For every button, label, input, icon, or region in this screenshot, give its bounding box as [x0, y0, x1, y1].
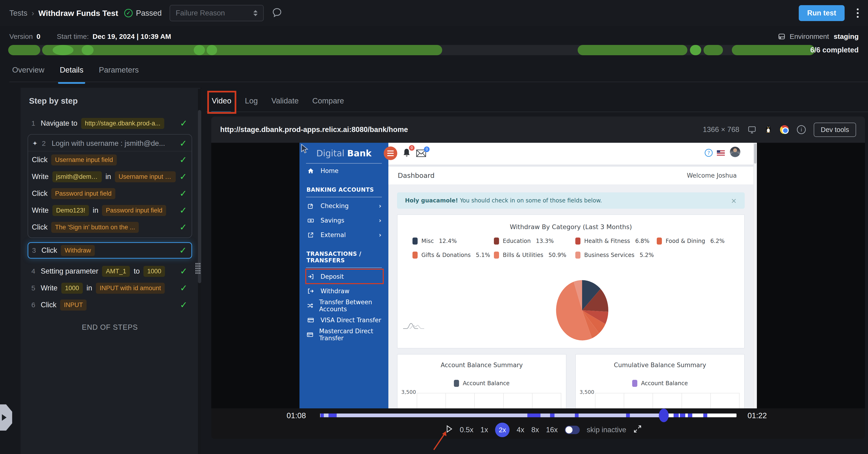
speed-16x[interactable]: 16x: [546, 426, 558, 434]
speed-4x[interactable]: 4x: [517, 426, 524, 434]
tab-log[interactable]: Log: [245, 96, 258, 113]
timeline-event-marker[interactable]: [320, 414, 324, 417]
step-check-icon: ✓: [180, 172, 187, 182]
tab-parameters[interactable]: Parameters: [99, 65, 139, 84]
step-row[interactable]: ClickPassword input field✓: [28, 185, 192, 202]
step-row[interactable]: 3ClickWithdraw✓: [28, 242, 192, 259]
progress-highlight: [82, 45, 94, 55]
legend-swatch: [454, 380, 459, 387]
play-button[interactable]: [446, 425, 453, 435]
speed-2x[interactable]: 2x: [495, 423, 509, 437]
breadcrumb-tests[interactable]: Tests: [9, 9, 27, 18]
timeline-event-marker[interactable]: [703, 414, 708, 417]
timeline-playhead[interactable]: [659, 408, 669, 422]
timeline-event-marker[interactable]: [680, 414, 685, 417]
language-flag-icon[interactable]: [717, 150, 725, 156]
failure-reason-select[interactable]: Failure Reason: [169, 5, 264, 21]
step-value-chip: http://stage.dbank.prod-a...: [81, 118, 164, 129]
step-row[interactable]: ClickThe 'Sign in' button on the ...✓: [28, 219, 192, 236]
sidebar-item-external[interactable]: External›: [300, 228, 389, 242]
playback-controls: 01:08 01:22 0.5x1x2x4x8x16x skip inactiv…: [211, 408, 865, 439]
failure-reason-placeholder: Failure Reason: [176, 9, 253, 17]
run-test-button[interactable]: Run test: [799, 5, 845, 21]
step-action-text: in: [105, 173, 111, 181]
tab-validate[interactable]: Validate: [271, 96, 299, 113]
left-panel-expander[interactable]: [0, 404, 12, 431]
step-row[interactable]: 4Setting parameterAMT_1to1000✓: [28, 263, 192, 280]
balance-card-title: Account Balance Summary: [398, 362, 566, 369]
speed-1x[interactable]: 1x: [480, 426, 488, 434]
fullscreen-icon[interactable]: [633, 425, 642, 435]
start-time-value: Dec 19, 2024 | 10:39 AM: [92, 33, 171, 40]
chevron-right-icon: ›: [379, 203, 381, 209]
speed-0.5x[interactable]: 0.5x: [460, 426, 473, 434]
run-progress-bar[interactable]: [8, 45, 815, 55]
legend-label: Education: [503, 238, 531, 244]
timeline-event-marker[interactable]: [527, 414, 540, 417]
sidebar-item-savings[interactable]: Savings›: [300, 213, 389, 228]
step-row[interactable]: 5Write1000inINPUT with id amount✓: [28, 280, 192, 297]
tab-details[interactable]: Details: [60, 65, 84, 84]
sidebar-item-checking[interactable]: Checking›: [300, 199, 389, 213]
timeline-event-marker[interactable]: [550, 414, 555, 417]
alert-text: You should check in on some of those fie…: [460, 197, 602, 204]
step-row[interactable]: WriteDemo123!inPassword input field✓: [28, 202, 192, 219]
app-scrollbar[interactable]: [753, 143, 757, 408]
step-row[interactable]: 1Navigate tohttp://stage.dbank.prod-a...…: [28, 115, 192, 132]
step-check-icon: ✓: [180, 283, 187, 293]
bank-page-header: Dashboard Welcome Joshua: [389, 167, 757, 184]
panel-resize-handle[interactable]: [195, 263, 201, 274]
tab-overview[interactable]: Overview: [12, 65, 44, 84]
speed-8x[interactable]: 8x: [531, 426, 539, 434]
step-value-chip: jsmith@demo.io: [53, 171, 102, 182]
mouse-cursor-icon: [301, 144, 311, 154]
step-group-header[interactable]: ✦2Login with username : jsmith@de...✓: [28, 136, 192, 151]
balance-card: Cumulative Balance SummaryAccount Balanc…: [575, 354, 745, 408]
monitor-icon: [747, 125, 756, 134]
steps-scrollbar-thumb[interactable]: [198, 110, 201, 283]
messages-icon[interactable]: 0: [416, 149, 426, 158]
timeline-track[interactable]: [320, 414, 737, 417]
app-scrollbar-thumb[interactable]: [754, 144, 756, 163]
help-icon[interactable]: ?: [705, 149, 713, 157]
alert-close-icon[interactable]: ×: [731, 196, 737, 205]
sidebar-item-visa-direct-transfer[interactable]: VISA Direct Transfer: [300, 313, 389, 327]
sidebar-item-withdraw[interactable]: Withdraw: [300, 284, 389, 298]
linux-tux-icon: [765, 124, 772, 135]
timeline-event-marker[interactable]: [329, 414, 337, 417]
step-row[interactable]: Writejsmith@demo.ioinUsername input fiel…: [28, 168, 192, 185]
step-row[interactable]: 6ClickINPUT✓: [28, 297, 192, 313]
tab-compare[interactable]: Compare: [312, 96, 344, 113]
legend-label: Health & Fitness: [584, 238, 630, 244]
user-avatar[interactable]: [730, 147, 741, 157]
skip-inactive-toggle[interactable]: [565, 426, 580, 434]
step-by-step-panel: Step by step 1Navigate tohttp://stage.db…: [21, 88, 201, 454]
sidebar-item-transfer-between-accounts[interactable]: Transfer Between Accounts: [300, 298, 389, 313]
progress-segment: [704, 45, 723, 55]
sidebar-toggle-button[interactable]: [384, 147, 397, 160]
comment-icon[interactable]: [272, 7, 282, 19]
sidebar-item-label: VISA Direct Transfer: [320, 316, 381, 324]
welcome-text: Welcome Joshua: [687, 172, 737, 179]
legend-swatch: [632, 380, 637, 387]
more-options-icon[interactable]: [857, 8, 859, 18]
select-chevrons-icon: [253, 10, 257, 16]
bank-logo-bold: Bank: [347, 148, 372, 158]
sidebar-item-home[interactable]: Home: [300, 163, 389, 178]
legend-value: 5.2%: [640, 252, 654, 259]
tab-video[interactable]: Video: [212, 96, 231, 113]
sidebar-item-mastercard-direct-transfer[interactable]: Mastercard Direct Transfer: [300, 327, 389, 342]
sidebar-section-heading: TRANSACTIONS / TRANSFERS: [300, 242, 389, 268]
timeline-event-marker[interactable]: [575, 414, 579, 417]
pie-legend-row: Gifts & Donations5.1%Bills & Utilities50…: [412, 251, 744, 259]
notifications-bell-icon[interactable]: 0: [402, 148, 411, 159]
environment-icon: [777, 32, 786, 41]
step-row[interactable]: ClickUsername input field✓: [28, 151, 192, 168]
timeline-event-marker[interactable]: [688, 414, 692, 417]
sidebar-item-deposit[interactable]: Deposit: [300, 269, 389, 284]
timeline-event-marker[interactable]: [674, 414, 679, 417]
info-icon[interactable]: i: [797, 125, 806, 134]
dev-tools-button[interactable]: Dev tools: [814, 123, 856, 137]
sidebar-item-label: External: [320, 232, 346, 239]
timeline-event-marker[interactable]: [626, 414, 630, 417]
